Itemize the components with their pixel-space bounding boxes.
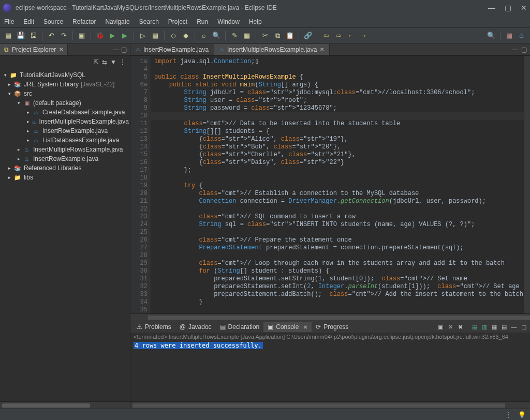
open-type-button[interactable]: ⌕ (199, 31, 209, 41)
clear-console-button[interactable]: ✕ (446, 324, 454, 331)
code-area[interactable]: import java.sql.Connection;▯ public clas… (151, 56, 524, 313)
separator (225, 31, 226, 40)
file-node[interactable]: ▸♨InsertMultipleRowsExample.java (1, 145, 129, 154)
console-hscrollbar[interactable] (130, 401, 530, 409)
tip-icon[interactable]: 💡 (518, 411, 526, 418)
menu-project[interactable]: Project (168, 18, 187, 25)
console-output[interactable]: 4 rows were inserted successfully. (130, 342, 530, 401)
project-node[interactable]: ▾📁 TutorialKartJavaMySQL (1, 70, 129, 80)
link-button[interactable]: 🔗 (303, 31, 313, 41)
link-editor-button[interactable]: ⇆ (102, 58, 107, 66)
file-node[interactable]: ▸♨InsertRowExample.java (1, 154, 129, 163)
maximize-panel-button[interactable]: ▢ (520, 324, 528, 331)
src-node[interactable]: ▾📦 src (1, 89, 129, 98)
paste-button[interactable]: 📋 (285, 31, 295, 41)
new-class-button[interactable]: ◇ (168, 31, 179, 41)
save-button[interactable]: 💾 (16, 31, 26, 41)
new-button[interactable]: ▤ (3, 31, 13, 41)
minimize-view-button[interactable]: — (113, 46, 119, 53)
toggle-mark-button[interactable]: ✎ (229, 31, 240, 41)
nav-down-button[interactable]: → (358, 31, 369, 41)
file-node[interactable]: ▸♨ListDatabasesExample.java (1, 136, 129, 145)
close-button[interactable]: ✕ (521, 4, 527, 12)
referenced-libs-node[interactable]: ▸📚 Referenced Libraries (1, 163, 129, 173)
search-button[interactable]: 🔍 (211, 31, 222, 41)
ext-tools-button[interactable]: ▤ (150, 31, 160, 41)
minimize-editor-button[interactable]: — (512, 46, 518, 53)
menu-window[interactable]: Window (217, 18, 240, 25)
menu-edit[interactable]: Edit (23, 18, 34, 25)
maximize-view-button[interactable]: ▢ (121, 46, 127, 53)
nav-back-button[interactable]: ⇦ (321, 31, 331, 41)
editor-vscrollbar[interactable] (524, 56, 530, 313)
filter-button[interactable]: ▼ (110, 58, 116, 66)
new-package-button[interactable]: ◆ (181, 31, 191, 41)
close-icon[interactable]: ✕ (303, 324, 307, 330)
bottom-tab-javadoc[interactable]: @Javadoc (175, 322, 216, 332)
coverage-button[interactable]: ▶ (120, 31, 130, 41)
java-file-icon: ♨ (136, 47, 140, 52)
close-icon[interactable]: ✕ (59, 47, 63, 52)
copy-button[interactable]: ⧉ (272, 31, 283, 41)
run-button[interactable]: ▶ (107, 31, 117, 41)
menu-file[interactable]: File (4, 18, 14, 25)
separator (195, 31, 195, 40)
nav-fwd-button[interactable]: ⇨ (333, 31, 344, 41)
main-toolbar: ▤ 💾 🖫 ↶ ↷ ▣ 🐞 ▶ ▶ ▷ ▤ ◇ ◆ ⌕ 🔍 ✎ ▦ ✂ ⧉ 📋 … (0, 28, 530, 43)
close-icon[interactable]: ✕ (320, 47, 324, 52)
bottom-tab-declaration[interactable]: ▤Declaration (216, 322, 264, 332)
jre-node[interactable]: ▸📚 JRE System Library [JavaSE-22] (1, 80, 129, 89)
console-header: <terminated> InsertMultipleRowsExample [… (130, 333, 530, 342)
minimize-button[interactable]: — (488, 4, 495, 12)
progress-icon: ⟳ (316, 323, 321, 331)
collapse-all-button[interactable]: ⇱ (94, 58, 99, 66)
package-node[interactable]: ▾▣ (default package) (1, 98, 129, 108)
menu-navigate[interactable]: Navigate (105, 18, 129, 25)
scroll-lock-button[interactable]: ▤ (470, 324, 479, 331)
maximize-button[interactable]: ▢ (505, 4, 511, 12)
save-all-button[interactable]: 🖫 (28, 31, 38, 41)
open-console-button[interactable]: ▤ (500, 324, 508, 331)
java-perspective-button[interactable]: ♨ (517, 31, 527, 41)
remove-terminated-button[interactable]: ✖ (456, 324, 464, 331)
editor-tab-insertrow[interactable]: ♨ InsertRowExample.java (130, 44, 214, 55)
menu-source[interactable]: Source (43, 18, 63, 25)
view-menu-button[interactable]: ⋮ (120, 58, 126, 66)
bottom-tab-console[interactable]: ▣Console✕ (263, 322, 312, 332)
menu-help[interactable]: Help (249, 18, 262, 25)
bottom-tab-problems[interactable]: ⚠Problems (132, 322, 175, 332)
toggle-block-button[interactable]: ▦ (242, 31, 252, 41)
separator (164, 31, 165, 40)
editor-tabbar: ♨ InsertRowExample.java ♨ InsertMultiple… (130, 43, 530, 56)
undo-button[interactable]: ↶ (46, 31, 56, 41)
editor-tab-label: InsertMultipleRowsExample.java (227, 46, 317, 53)
project-explorer-tab[interactable]: ⧉ Project Explorer ✕ (0, 44, 68, 55)
nav-up-button[interactable]: ← (346, 31, 356, 41)
run-last-button[interactable]: ▷ (138, 31, 148, 41)
minimize-panel-button[interactable]: — (510, 324, 518, 331)
editor-tab-insertmultiple[interactable]: ♨ InsertMultipleRowsExample.java ✕ (214, 44, 330, 55)
debug-button[interactable]: 🐞 (95, 31, 105, 41)
pin-console-button[interactable]: ▣ (436, 324, 445, 331)
cut-button[interactable]: ✂ (260, 31, 270, 41)
project-tree[interactable]: ▾📁 TutorialKartJavaMySQL ▸📚 JRE System L… (0, 68, 130, 401)
open-perspective-button[interactable]: ▦ (504, 31, 514, 41)
quick-access-button[interactable]: 🔍 (486, 31, 496, 41)
menu-search[interactable]: Search (139, 18, 159, 25)
redo-button[interactable]: ↷ (58, 31, 69, 41)
show-console-button[interactable]: ▥ (480, 324, 489, 331)
file-node[interactable]: ▸♨CreateDatabaseExample.java (1, 108, 129, 117)
sidebar-hscrollbar[interactable] (0, 401, 130, 409)
bottom-tab-progress[interactable]: ⟳Progress (312, 322, 352, 332)
display-selected-button[interactable]: ▦ (490, 324, 498, 331)
libs-node[interactable]: ▸📁 libs (1, 173, 129, 182)
maximize-editor-button[interactable]: ▢ (521, 46, 527, 53)
file-node[interactable]: ▸♨InsertMultipleRowsExample.java (1, 117, 129, 126)
menu-run[interactable]: Run (197, 18, 208, 25)
build-button[interactable]: ▣ (77, 31, 87, 41)
file-node[interactable]: ▸♨InsertRowExample.java (1, 126, 129, 136)
status-menu-button[interactable]: ⋮ (505, 411, 513, 418)
code-editor[interactable]: 1⊖ 4 5 6⊖ 7 8 9 10 11 12 13 14 15 16 17 … (130, 56, 530, 313)
menu-refactor[interactable]: Refactor (72, 18, 96, 25)
editor-hscrollbar[interactable] (130, 313, 530, 321)
